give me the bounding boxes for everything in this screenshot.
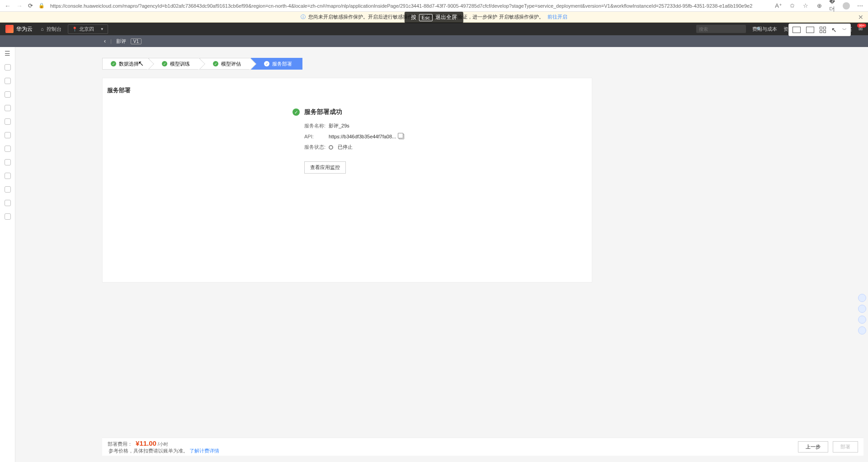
- success-block: ✓ 服务部署成功 服务名称: 影评_29s API: https://b346d…: [292, 108, 587, 174]
- browser-actions: A⁺ ✩ ☆ ⊕ �더 ⋯: [775, 2, 863, 9]
- esc-key: Esc: [419, 14, 433, 21]
- row-status: 服务状态: 已停止: [304, 144, 587, 151]
- step-data-select[interactable]: ✓ 数据选择 ↖: [102, 58, 149, 70]
- side-icon-7[interactable]: [5, 146, 11, 152]
- top-header: 华为云 ⌂ 控制台 📍 北京四 ▼ 🔍 费用与成本 资源 企业 开发工具 备案 …: [0, 23, 868, 35]
- copy-icon[interactable]: [399, 134, 404, 139]
- cursor-select-icon[interactable]: ↖: [831, 26, 837, 33]
- chevron-down-icon[interactable]: ﹀: [842, 27, 847, 33]
- cost-value: ¥11.00: [136, 439, 156, 447]
- check-icon: ✓: [162, 61, 167, 66]
- side-icon-6[interactable]: [5, 132, 11, 138]
- step-label: 数据选择: [119, 61, 139, 67]
- success-heading: ✓ 服务部署成功: [292, 108, 587, 116]
- fullscreen-hint: 按 Esc 退出全屏: [405, 12, 463, 23]
- side-icon-4[interactable]: [5, 105, 11, 111]
- step-bar: ✓ 数据选择 ↖ ✓ 模型训练 ✓ 模型评估 ✓ 服务部署: [102, 58, 592, 70]
- row-api: API: https://b346df3b35e44f7fa08...: [304, 134, 587, 139]
- back-arrow-icon[interactable]: ←: [5, 2, 11, 9]
- main-area: ✓ 数据选择 ↖ ✓ 模型训练 ✓ 模型评估 ✓ 服务部署 服务部署 ✓ 服务部…: [102, 58, 592, 283]
- region-name: 北京四: [79, 26, 94, 33]
- prev-button[interactable]: 上一步: [798, 441, 828, 453]
- hint-suffix: 退出全屏: [435, 14, 457, 21]
- check-icon: ✓: [213, 61, 218, 66]
- star-icon[interactable]: ☆: [802, 2, 809, 9]
- label-api: API:: [304, 134, 329, 139]
- help-icon[interactable]: [858, 294, 866, 302]
- ref-link[interactable]: 了解计费详情: [189, 448, 219, 453]
- side-icon-10[interactable]: [5, 186, 11, 193]
- label-status: 服务状态:: [304, 144, 329, 151]
- close-icon[interactable]: ✕: [858, 14, 863, 21]
- check-icon: ✓: [111, 61, 116, 66]
- logo-block[interactable]: 华为云: [5, 25, 33, 33]
- layout-grid-icon[interactable]: [820, 27, 826, 33]
- status-dot-icon: [329, 145, 333, 150]
- support-icon[interactable]: [858, 316, 866, 324]
- success-title: 服务部署成功: [304, 108, 342, 116]
- notice-link[interactable]: 前往开启: [547, 14, 567, 20]
- layout-single-icon[interactable]: [793, 27, 801, 33]
- more-icon[interactable]: ⋯: [856, 2, 863, 9]
- side-icon-9[interactable]: [5, 173, 11, 179]
- divider: |: [110, 38, 112, 44]
- profile-avatar-icon[interactable]: [843, 2, 850, 9]
- forward-arrow-icon[interactable]: →: [16, 2, 23, 9]
- step-service-deploy[interactable]: ✓ 服务部署: [251, 58, 302, 70]
- view-toolbar: ↖ ﹀: [788, 24, 851, 36]
- layout-double-icon[interactable]: [806, 27, 814, 33]
- mail-icon[interactable]: ✉99+: [859, 26, 863, 32]
- search-input[interactable]: [699, 27, 756, 32]
- side-icon-2[interactable]: [5, 78, 11, 84]
- back-icon[interactable]: ‹: [104, 38, 106, 44]
- footer-bar: 部署费用： ¥11.00 /小时 参考价格，具体扣费请以账单为准。 了解计费详情…: [102, 438, 863, 456]
- menu-icon[interactable]: ☰: [5, 50, 10, 57]
- side-icon-12[interactable]: [5, 213, 11, 220]
- left-sidebar: ☰: [0, 47, 15, 462]
- region-selector[interactable]: 📍 北京四 ▼: [68, 24, 108, 34]
- sub-header: ‹ | 影评 V1: [0, 35, 868, 47]
- read-aloud-icon[interactable]: A⁺: [775, 2, 782, 9]
- search-box[interactable]: 🔍: [696, 25, 746, 33]
- home-icon[interactable]: ⌂: [41, 26, 44, 32]
- check-icon: ✓: [264, 61, 269, 66]
- deploy-button: 部署: [833, 441, 858, 453]
- pin-icon: 📍: [72, 27, 77, 32]
- page-title: 影评: [116, 38, 126, 45]
- brand-name: 华为云: [16, 25, 33, 33]
- collections-icon[interactable]: ⊕: [816, 2, 823, 9]
- url-bar[interactable]: https://console.huaweicloud.com/mapro/?a…: [50, 3, 769, 9]
- step-model-eval[interactable]: ✓ 模型评估: [200, 58, 251, 70]
- value-status: 已停止: [329, 144, 353, 151]
- step-label: 模型训练: [170, 61, 190, 67]
- step-model-train[interactable]: ✓ 模型训练: [149, 58, 200, 70]
- value-api: https://b346df3b35e44f7fa08...: [329, 134, 404, 139]
- chat-icon[interactable]: [858, 326, 866, 335]
- side-icon-11[interactable]: [5, 200, 11, 206]
- feedback-icon[interactable]: [858, 305, 866, 313]
- nav-cost[interactable]: 费用与成本: [752, 26, 777, 33]
- hint-prefix: 按: [411, 14, 416, 21]
- api-text: https://b346df3b35e44f7fa08...: [329, 134, 396, 139]
- step-label: 模型评估: [221, 61, 241, 67]
- side-icon-3[interactable]: [5, 91, 11, 98]
- cursor-icon: ↖: [138, 59, 144, 68]
- mail-badge: 99+: [857, 24, 866, 28]
- ref-text: 参考价格，具体扣费请以账单为准。: [108, 448, 188, 453]
- side-icon-5[interactable]: [5, 118, 11, 125]
- extensions-icon[interactable]: �더: [829, 2, 836, 9]
- refresh-icon[interactable]: ⟳: [28, 2, 33, 9]
- cost-unit: /小时: [158, 442, 168, 447]
- right-float-tools: [858, 294, 866, 335]
- version-tag: V1: [131, 38, 142, 44]
- browser-toolbar: ← → ⟳ 🔒 https://console.huaweicloud.com/…: [0, 0, 868, 12]
- favorite-icon[interactable]: ✩: [788, 2, 796, 9]
- row-service-name: 服务名称: 影评_29s: [304, 123, 587, 129]
- side-icon-1[interactable]: [5, 64, 11, 71]
- view-monitor-button[interactable]: 查看应用监控: [304, 161, 346, 174]
- side-icon-8[interactable]: [5, 159, 11, 165]
- success-check-icon: ✓: [292, 108, 300, 116]
- caret-down-icon: ▼: [100, 27, 104, 31]
- console-link[interactable]: 控制台: [47, 26, 61, 33]
- step-label: 服务部署: [272, 61, 292, 67]
